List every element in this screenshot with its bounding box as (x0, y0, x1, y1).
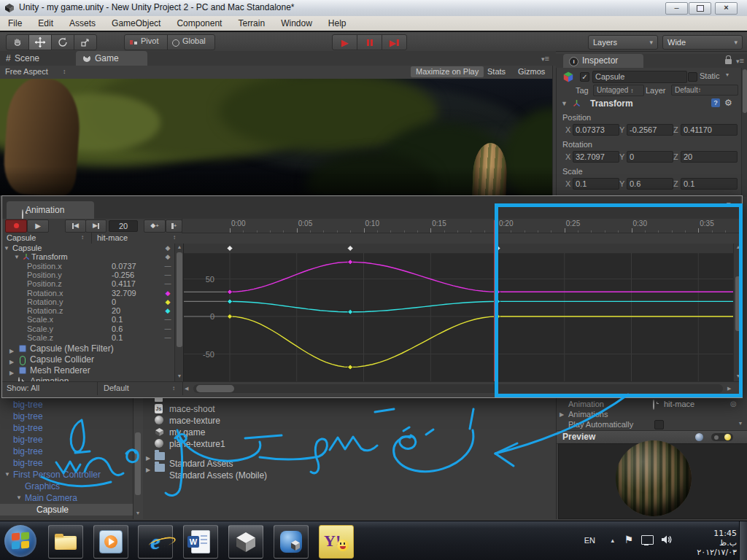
keyframe-Rotation.z[interactable] (228, 299, 233, 304)
anim-component-row[interactable]: ▶Mesh Renderer (2, 365, 174, 376)
scale-tool-button[interactable] (74, 34, 97, 50)
pane-menu-icon[interactable]: ▾≡ (736, 56, 744, 65)
keyframe-Rotation.x[interactable] (228, 289, 233, 295)
show-desktop-button[interactable] (739, 521, 747, 560)
anim-property-row[interactable]: Scale.y0.6— (2, 324, 174, 334)
preview-light-toggle[interactable] (711, 433, 733, 441)
tab-game[interactable]: Game (76, 51, 147, 66)
animations-foldout-label[interactable]: Animations (568, 410, 608, 419)
inspector-scrollbar[interactable] (741, 68, 747, 197)
scale-x-field[interactable]: 0.1 (573, 178, 619, 190)
action-center-flag-icon[interactable]: ⚑ (624, 534, 633, 545)
scroll-left-icon[interactable]: ◀ (185, 386, 188, 392)
scroll-down-icon[interactable]: ▼ (736, 421, 745, 426)
tab-scene[interactable]: Scene (15, 51, 39, 66)
close-button[interactable]: × (715, 2, 738, 15)
restore-button[interactable] (689, 2, 711, 15)
layer-dropdown[interactable]: Default ↕ (671, 85, 738, 96)
project-item-my-game[interactable]: my game (143, 427, 556, 438)
project-item[interactable] (143, 397, 556, 403)
hierarchy-item-big-tree[interactable]: big-tree (0, 399, 133, 411)
record-button[interactable] (5, 219, 27, 233)
project-item-standard-assets-mobile-[interactable]: ▶Standard Assets (Mobile) (143, 462, 556, 473)
taskbar-internet-explorer-button[interactable]: e (138, 525, 173, 559)
global-toggle-button[interactable]: Global (167, 34, 215, 50)
foldout-closed-icon[interactable]: ▶ (560, 411, 564, 418)
menu-file[interactable]: File (0, 16, 30, 31)
key-diamond-icon[interactable]: ◆ (163, 298, 173, 307)
position-z-field[interactable]: 0.41170 (681, 124, 738, 136)
game-viewport[interactable] (0, 79, 552, 195)
object-name-field[interactable]: Capsule (592, 71, 687, 83)
chevron-down-icon[interactable]: ▾ (726, 71, 729, 78)
gizmos-button[interactable]: Gizmos ▾ (513, 66, 552, 77)
keyframe-Rotation.z[interactable] (348, 309, 353, 314)
hierarchy-item-big-tree[interactable]: big-tree (0, 446, 133, 457)
object-picker-icon[interactable]: ◎ (730, 400, 737, 408)
foldout-open-icon[interactable]: ▼ (16, 492, 22, 504)
help-book-icon[interactable]: ? (711, 98, 720, 107)
keyframe-Rotation.x[interactable] (348, 260, 353, 265)
active-checkbox[interactable]: ✓ (580, 72, 589, 82)
taskbar-unity-button[interactable] (228, 525, 263, 559)
hierarchy-item-main-camera[interactable]: ▼Main Camera (0, 492, 133, 504)
preview-viewport[interactable] (558, 443, 747, 519)
anim-property-row[interactable]: Position.y-0.256— (2, 271, 174, 280)
tag-dropdown[interactable]: Untagged ↕ (593, 85, 644, 96)
tab-animation[interactable]: Animation (7, 201, 94, 219)
language-indicator[interactable]: EN (584, 536, 595, 545)
anim-property-row[interactable]: Rotation.z20◆ (2, 306, 174, 316)
rotation-y-field[interactable]: 0 (627, 151, 673, 163)
anim-property-row[interactable]: Scale.z0.1— (2, 333, 174, 343)
menu-assets[interactable]: Assets (61, 16, 104, 31)
add-keyframe-button[interactable]: ◆+ (144, 219, 166, 233)
anim-property-row[interactable]: Rotation.x32.709◆ (2, 289, 174, 298)
foldout-open-icon[interactable]: ▼ (4, 244, 9, 253)
anim-property-row[interactable]: ▼Capsule◆ (2, 244, 174, 253)
preview-sphere-icon[interactable] (695, 433, 703, 441)
tab-inspector[interactable]: i Inspector (563, 54, 643, 68)
frame-field[interactable]: 20 (109, 220, 138, 232)
add-event-button[interactable]: + (166, 219, 182, 233)
key-diamond-icon[interactable]: ◆ (163, 244, 173, 253)
taskbar-yahoo-messenger-button[interactable]: Y! (319, 525, 354, 559)
layout-dropdown[interactable]: Wide ▾ (662, 35, 743, 50)
keyframe-Rotation.y[interactable] (228, 314, 233, 319)
key-diamond-icon[interactable]: ◆ (163, 306, 173, 316)
anim-property-row[interactable]: ▼Transform◆ (2, 252, 174, 262)
anim-property-row[interactable]: Rotation.y0◆ (2, 298, 174, 307)
network-icon[interactable] (641, 535, 654, 545)
key-diamond-icon[interactable]: ◆ (163, 289, 173, 298)
foldout-open-icon[interactable]: ▼ (561, 100, 568, 107)
pivot-toggle-button[interactable]: Pivot (124, 34, 168, 50)
anim-component-row[interactable]: ▶Capsule Collider (2, 354, 174, 365)
anim-component-row[interactable]: ▶Animation (2, 376, 174, 381)
anim-property-row[interactable]: Position.x0.0737— (2, 262, 174, 271)
first-frame-button[interactable]: ◀ (65, 219, 86, 233)
layers-dropdown[interactable]: Layers ▾ (588, 35, 658, 50)
default-dropdown[interactable]: Default ↕ (97, 382, 183, 395)
position-y-field[interactable]: -0.2567 (627, 124, 673, 136)
scale-z-field[interactable]: 0.1 (681, 178, 738, 190)
menu-help[interactable]: Help (320, 16, 355, 31)
static-checkbox[interactable] (688, 72, 697, 82)
rotation-x-field[interactable]: 32.7097 (573, 151, 619, 163)
taskbar-word-button[interactable]: W (183, 525, 218, 559)
stats-button[interactable]: Stats (482, 66, 511, 77)
next-frame-button[interactable]: ▶ (85, 219, 107, 233)
move-tool-button[interactable] (28, 34, 52, 50)
anim-component-row[interactable]: ▶Capsule (Mesh Filter) (2, 343, 174, 354)
minimize-button[interactable]: – (665, 2, 688, 15)
key-diamond-icon[interactable]: ◆ (163, 252, 173, 262)
object-dropdown[interactable]: Capsule ↕ (2, 233, 92, 244)
menu-terrain[interactable]: Terrain (230, 16, 273, 31)
project-item-mace-shoot[interactable]: Jsmace-shoot (143, 403, 556, 415)
anim-property-row[interactable]: Position.z0.4117— (2, 279, 174, 289)
scale-y-field[interactable]: 0.6 (627, 178, 673, 190)
menu-gameobject[interactable]: GameObject (104, 16, 169, 31)
hscroll-thumb[interactable] (196, 385, 234, 392)
keyframe-Rotation.y[interactable] (348, 365, 353, 370)
taskbar-media-player-button[interactable] (93, 525, 128, 559)
play-automatically-checkbox[interactable] (654, 420, 664, 429)
hierarchy-item-big-tree[interactable]: big-tree (0, 434, 133, 446)
